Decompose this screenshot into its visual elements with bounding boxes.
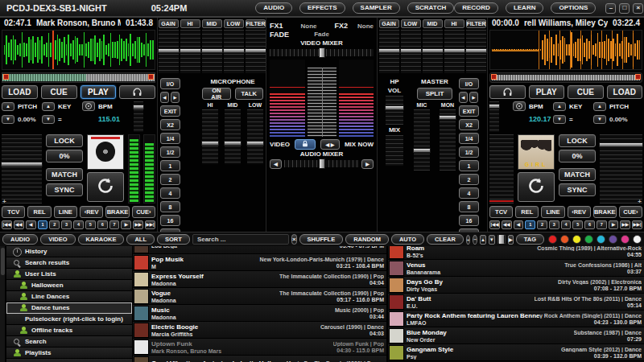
zoom-out-button[interactable]: − <box>473 235 477 245</box>
library-filter-button[interactable]: VIDEO <box>40 234 75 245</box>
mic-eq-slider[interactable] <box>225 109 241 164</box>
key-up-button[interactable]: ▲ <box>42 102 55 111</box>
loop-length-button[interactable]: X2 <box>160 119 180 130</box>
clear-search-button[interactable]: × <box>291 234 297 245</box>
loop-shift-right-button[interactable]: ▶ <box>469 92 478 103</box>
transport-button[interactable]: ▶▶ <box>620 220 630 229</box>
slider-handle[interactable] <box>319 158 325 169</box>
slider-handle[interactable] <box>319 47 325 58</box>
zoom-in-button[interactable]: + <box>466 235 471 245</box>
key-up-button[interactable]: ▲ <box>553 102 566 111</box>
deck-mode-button[interactable]: CUE› <box>132 206 155 218</box>
loop-shift-right-button[interactable]: ▶ <box>171 92 180 103</box>
transport-button[interactable]: ◀◀ <box>14 220 24 229</box>
key-down-button[interactable]: ▼ <box>42 115 55 124</box>
track-row[interactable]: Gangnam Style Psy Gangnam Style (2012) |… <box>388 344 644 361</box>
slider-handle[interactable] <box>246 141 264 146</box>
transport-button[interactable]: 4 <box>73 220 84 229</box>
transport-button[interactable]: ▶ <box>609 220 619 229</box>
sidebar-item[interactable]: Line Dances <box>6 291 132 302</box>
library-filter-button[interactable]: AUDIO <box>2 234 38 245</box>
deck-a-waveform[interactable] <box>2 30 155 70</box>
deck-a-play-button[interactable]: PLAY <box>80 85 117 99</box>
loop-length-button[interactable]: 1 <box>459 160 479 171</box>
eq-slider[interactable] <box>401 30 421 73</box>
track-row[interactable]: Electric Boogie Marcia Griffiths Carouse… <box>133 322 386 339</box>
loop-length-button[interactable]: 1 <box>160 160 180 171</box>
headphone-mix-slider[interactable] <box>386 135 403 166</box>
deck-mode-button[interactable]: TCV <box>2 206 25 218</box>
slider-handle[interactable] <box>223 48 245 53</box>
pitch-down-button[interactable]: ▼ <box>593 115 606 124</box>
deck-a-pitch-reset-button[interactable]: 0% <box>46 150 83 162</box>
pitch-up-button[interactable]: ▲ <box>593 102 606 111</box>
deck-a-headphone-button[interactable] <box>119 85 155 99</box>
deck-b-cue-button[interactable]: CUE <box>568 85 604 99</box>
deck-mode-button[interactable]: REL <box>515 206 539 218</box>
sidebar-item[interactable]: Offline tracks <box>6 325 132 336</box>
deck-mode-button[interactable]: ‹REV <box>568 206 591 218</box>
sidebar-item[interactable]: Playlists <box>6 348 132 359</box>
track-row[interactable]: Da' Butt E.U. Lost R&B Hits Of The 80s (… <box>388 294 644 311</box>
titlebar-button[interactable]: LEARN <box>506 2 544 14</box>
slider-handle[interactable] <box>444 48 465 53</box>
eq-slider[interactable] <box>224 30 244 73</box>
deck-a-cue-button[interactable]: CUE <box>41 85 77 99</box>
deck-b-headphone-volume-slider[interactable] <box>489 101 499 132</box>
pitch-down-button[interactable]: ▼ <box>2 115 14 124</box>
track-row[interactable]: Blue Monday New Order Substance (1987) |… <box>388 327 644 344</box>
deck-mode-button[interactable]: ‹REV <box>80 206 103 218</box>
transport-button[interactable]: ◀ <box>26 220 36 229</box>
slider-handle[interactable] <box>180 48 201 53</box>
transport-button[interactable]: 6 <box>584 220 595 229</box>
slider-handle[interactable] <box>201 141 219 146</box>
eq-slider[interactable] <box>159 30 179 73</box>
deck-mode-button[interactable]: BRAKE <box>105 206 129 218</box>
deck-mode-button[interactable]: BRAKE <box>593 206 617 218</box>
eq-slider[interactable] <box>202 30 222 73</box>
transport-button[interactable]: ◀ <box>514 220 524 229</box>
track-row[interactable]: Days Go By Dirty Vegas Dirty Vegas (2002… <box>388 277 644 294</box>
track-row[interactable]: Roam B-52's Cosmic Thing (1989) | Altern… <box>388 246 644 260</box>
slider-handle[interactable] <box>158 48 180 53</box>
loop-length-button[interactable]: 1/2 <box>459 146 479 158</box>
video-lock-button[interactable] <box>295 139 316 150</box>
track-row[interactable]: Pop Musik M New York-London-Paris-Munich… <box>133 254 386 271</box>
sidebar-item[interactable]: iTunes <box>6 359 132 362</box>
deck-mode-button[interactable]: LINE <box>541 206 564 218</box>
deck-mode-button[interactable]: TCV <box>489 206 513 218</box>
titlebar-button[interactable]: SCRATCH <box>407 2 455 14</box>
deck-a-sync-button[interactable]: SYNC <box>46 183 83 196</box>
mic-volume-slider[interactable] <box>414 109 430 171</box>
mix-now-button[interactable]: MIX NOW <box>345 141 374 148</box>
crossfade-left-button[interactable]: ◀ <box>270 159 282 169</box>
transport-button[interactable]: ▶▶| <box>632 220 642 229</box>
preview-play-button[interactable]: ▶ <box>508 235 514 245</box>
loop-length-button[interactable]: 2 <box>160 174 180 185</box>
playlist-action-button[interactable]: RANDOM <box>345 234 389 245</box>
playlist-action-button[interactable]: SHUFFLE <box>299 234 344 245</box>
slider-handle[interactable] <box>439 115 456 120</box>
slider-handle[interactable] <box>599 142 643 147</box>
slider-handle[interactable] <box>422 48 444 53</box>
loop-length-button[interactable]: 16 <box>459 215 479 226</box>
track-row[interactable]: Good Vibrations featuring Loleatta Hollo… <box>133 356 386 362</box>
slider-handle[interactable] <box>201 48 223 53</box>
transport-button[interactable]: 2 <box>537 220 547 229</box>
track-row[interactable]: Music Madonna Music (2000) | Pop 03:44 <box>133 305 386 322</box>
track-row[interactable]: Party Rock Anthem featuring Lauren Benne… <box>388 311 644 327</box>
playlist-action-button[interactable]: CLEAR <box>427 234 464 245</box>
track-row[interactable]: Vogue Madonna The Immaculate Collection … <box>133 288 386 305</box>
deck-b-waveform[interactable] <box>489 30 642 70</box>
tag-color-dot[interactable] <box>572 235 581 244</box>
sidebar-item[interactable]: History <box>6 246 132 257</box>
transport-button[interactable]: ▶▶ <box>133 220 143 229</box>
titlebar-button[interactable]: AUDIO <box>255 2 292 14</box>
fx2-value[interactable]: None <box>357 23 374 30</box>
playlist-action-button[interactable]: AUTO <box>391 234 424 245</box>
deck-b-track-overview[interactable] <box>489 72 642 83</box>
sidebar-item[interactable]: Pulselocker (right-click to login) <box>6 314 132 325</box>
transport-button[interactable]: 3 <box>61 220 72 229</box>
deck-b-match-button[interactable]: MATCH <box>559 168 596 181</box>
deck-a-match-button[interactable]: MATCH <box>46 168 83 181</box>
